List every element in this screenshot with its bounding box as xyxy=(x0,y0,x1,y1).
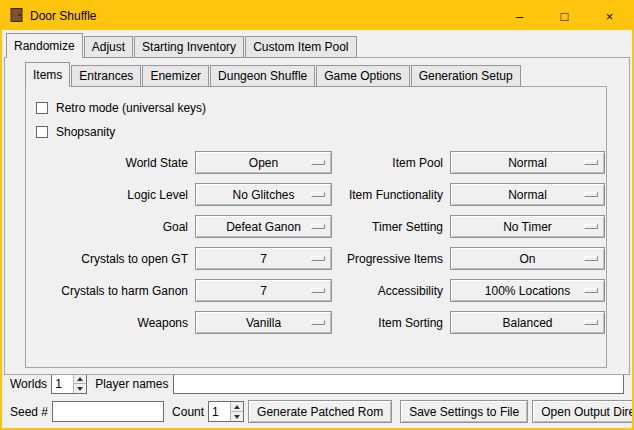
timer-setting-value: No Timer xyxy=(503,220,552,234)
count-spin-down-button[interactable] xyxy=(231,411,243,421)
dropdown-indicator-icon xyxy=(311,320,325,325)
dropdown-indicator-icon xyxy=(584,160,598,165)
shopsanity-row: Shopsanity xyxy=(36,121,606,143)
shopsanity-checkbox[interactable] xyxy=(36,126,48,138)
weapons-dropdown[interactable]: Vanilla xyxy=(195,311,332,334)
dropdown-indicator-icon xyxy=(584,224,598,229)
item-sorting-value: Balanced xyxy=(502,316,552,330)
titlebar: Door Shuffle – □ × xyxy=(2,2,632,30)
world-state-dropdown[interactable]: Open xyxy=(195,151,332,174)
crystals-harm-ganon-dropdown[interactable]: 7 xyxy=(195,279,332,302)
player-names-input[interactable] xyxy=(173,373,625,394)
maximize-button[interactable]: □ xyxy=(542,2,587,30)
tab-dungeon-shuffle[interactable]: Dungeon Shuffle xyxy=(210,65,315,87)
bottom-controls: Worlds Player names Seed # Count xyxy=(10,373,624,423)
count-spin-up-button[interactable] xyxy=(231,402,243,411)
tab-adjust[interactable]: Adjust xyxy=(84,36,133,58)
seed-input[interactable] xyxy=(52,401,164,422)
logic-level-label: Logic Level xyxy=(40,188,188,202)
count-input[interactable] xyxy=(209,402,230,421)
dropdown-indicator-icon xyxy=(584,288,598,293)
seed-row: Seed # Count Generate Patched Rom Save S… xyxy=(10,400,624,423)
logic-level-value: No Glitches xyxy=(232,188,294,202)
tab-enemizer[interactable]: Enemizer xyxy=(142,65,209,87)
crystals-harm-ganon-value: 7 xyxy=(260,284,267,298)
dropdown-indicator-icon xyxy=(584,256,598,261)
world-state-value: Open xyxy=(249,156,278,170)
progressive-items-label: Progressive Items xyxy=(339,252,443,266)
window-controls: – □ × xyxy=(497,2,632,30)
maximize-icon: □ xyxy=(561,10,569,23)
tab-game-options[interactable]: Game Options xyxy=(316,65,409,87)
worlds-row: Worlds Player names xyxy=(10,373,624,394)
shopsanity-label: Shopsanity xyxy=(56,125,115,139)
progressive-items-value: On xyxy=(519,252,535,266)
accessibility-value: 100% Locations xyxy=(485,284,570,298)
weapons-label: Weapons xyxy=(40,316,188,330)
count-spinner-arrows xyxy=(230,402,243,421)
goal-value: Defeat Ganon xyxy=(226,220,301,234)
worlds-spinner-arrows xyxy=(73,374,86,393)
save-settings-button[interactable]: Save Settings to File xyxy=(400,400,528,423)
app-icon xyxy=(10,8,23,25)
up-arrow-icon xyxy=(234,405,240,409)
count-spinner xyxy=(208,401,244,422)
worlds-spin-up-button[interactable] xyxy=(74,374,86,383)
player-names-label: Player names xyxy=(95,377,168,391)
inner-tab-bar: Items Entrances Enemizer Dungeon Shuffle… xyxy=(25,62,629,86)
crystals-open-gt-dropdown[interactable]: 7 xyxy=(195,247,332,270)
tab-randomize[interactable]: Randomize xyxy=(6,33,83,58)
items-pane: Retro mode (universal keys) Shopsanity W… xyxy=(25,86,607,368)
retro-mode-label: Retro mode (universal keys) xyxy=(56,101,206,115)
progressive-items-dropdown[interactable]: On xyxy=(450,247,605,270)
dropdown-indicator-icon xyxy=(311,256,325,261)
minimize-button[interactable]: – xyxy=(497,2,542,30)
count-label: Count xyxy=(172,405,204,419)
up-arrow-icon xyxy=(77,377,83,381)
generate-patched-rom-button[interactable]: Generate Patched Rom xyxy=(248,400,392,423)
world-state-label: World State xyxy=(40,156,188,170)
accessibility-dropdown[interactable]: 100% Locations xyxy=(450,279,605,302)
item-sorting-label: Item Sorting xyxy=(339,316,443,330)
item-pool-dropdown[interactable]: Normal xyxy=(450,151,605,174)
timer-setting-label: Timer Setting xyxy=(339,220,443,234)
tab-custom-item-pool[interactable]: Custom Item Pool xyxy=(245,36,356,58)
crystals-harm-ganon-label: Crystals to harm Ganon xyxy=(40,284,188,298)
retro-mode-row: Retro mode (universal keys) xyxy=(36,97,606,119)
open-output-directory-button[interactable]: Open Output Directory xyxy=(532,400,634,423)
timer-setting-dropdown[interactable]: No Timer xyxy=(450,215,605,238)
item-functionality-value: Normal xyxy=(508,188,547,202)
tab-entrances[interactable]: Entrances xyxy=(71,65,141,87)
worlds-label: Worlds xyxy=(10,377,47,391)
dropdown-indicator-icon xyxy=(311,224,325,229)
tab-items[interactable]: Items xyxy=(25,62,70,87)
item-functionality-label: Item Functionality xyxy=(339,188,443,202)
retro-mode-checkbox[interactable] xyxy=(36,102,48,114)
item-functionality-dropdown[interactable]: Normal xyxy=(450,183,605,206)
crystals-open-gt-label: Crystals to open GT xyxy=(40,252,188,266)
down-arrow-icon xyxy=(77,387,83,391)
item-pool-label: Item Pool xyxy=(339,156,443,170)
minimize-icon: – xyxy=(516,10,523,23)
logic-level-dropdown[interactable]: No Glitches xyxy=(195,183,332,206)
dropdown-indicator-icon xyxy=(311,288,325,293)
close-button[interactable]: × xyxy=(587,2,632,30)
worlds-spin-down-button[interactable] xyxy=(74,383,86,393)
options-grid: World State Open Item Pool Normal Logic … xyxy=(40,151,606,334)
door-shuffle-window: Door Shuffle – □ × Randomize Adjust Star… xyxy=(0,0,634,430)
tab-generation-setup[interactable]: Generation Setup xyxy=(411,65,521,87)
worlds-input[interactable] xyxy=(52,374,73,393)
close-icon: × xyxy=(606,10,614,23)
outer-tab-bar: Randomize Adjust Starting Inventory Cust… xyxy=(6,33,632,57)
weapons-value: Vanilla xyxy=(246,316,281,330)
randomize-pane: Items Entrances Enemizer Dungeon Shuffle… xyxy=(4,57,630,375)
dropdown-indicator-icon xyxy=(311,192,325,197)
item-pool-value: Normal xyxy=(508,156,547,170)
dropdown-indicator-icon xyxy=(311,160,325,165)
goal-dropdown[interactable]: Defeat Ganon xyxy=(195,215,332,238)
tab-starting-inventory[interactable]: Starting Inventory xyxy=(134,36,244,58)
crystals-open-gt-value: 7 xyxy=(260,252,267,266)
goal-label: Goal xyxy=(40,220,188,234)
item-sorting-dropdown[interactable]: Balanced xyxy=(450,311,605,334)
dropdown-indicator-icon xyxy=(584,192,598,197)
